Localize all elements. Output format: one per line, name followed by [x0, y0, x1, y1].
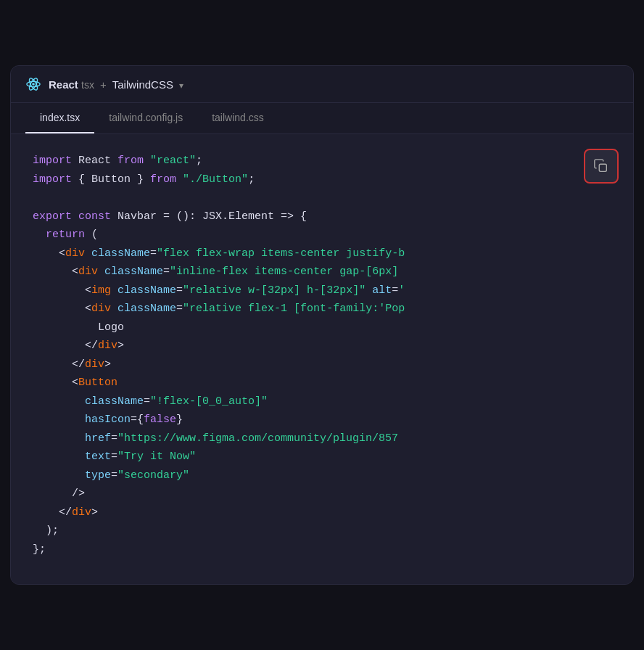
app-title: React tsx + TailwindCSS ▾ [49, 78, 183, 91]
react-icon [25, 76, 41, 92]
code-line-1: import React from "react"; [33, 152, 611, 170]
code-line-7: <div className="inline-flex items-center… [33, 263, 611, 281]
code-line-21: ); [33, 522, 611, 540]
tab-bar: index.tsx tailwind.config.js tailwind.cs… [11, 103, 633, 134]
code-line-12: </div> [33, 355, 611, 374]
code-line-blank-1 [33, 189, 611, 207]
title-tsx: tsx [81, 79, 94, 91]
code-line-16: href="https://www.figma.com/community/pl… [33, 429, 611, 448]
code-line-14: className="!flex-[0_0_auto]" [33, 392, 611, 411]
title-tailwind: TailwindCSS [112, 78, 173, 91]
svg-rect-4 [599, 164, 606, 171]
code-editor: import React from "react"; import { Butt… [11, 134, 633, 584]
code-line-9: <div className="relative flex-1 [font-fa… [33, 300, 611, 318]
code-line-2: import { Button } from "./Button"; [33, 170, 611, 189]
copy-button[interactable] [584, 149, 619, 184]
svg-point-0 [32, 83, 35, 86]
code-line-17: text="Try it Now" [33, 448, 611, 466]
code-line-13: <Button [33, 374, 611, 392]
code-line-18: type="secondary" [33, 466, 611, 485]
code-line-4: export const Navbar = (): JSX.Element =>… [33, 207, 611, 226]
code-line-8: <img className="relative w-[32px] h-[32p… [33, 281, 611, 300]
code-line-10: Logo [33, 318, 611, 337]
chevron-down-icon[interactable]: ▾ [179, 81, 183, 91]
code-line-11: </div> [33, 337, 611, 355]
code-line-15: hasIcon={false} [33, 411, 611, 429]
title-bar: React tsx + TailwindCSS ▾ [11, 66, 633, 103]
code-line-5: return ( [33, 226, 611, 244]
title-plus: + [100, 78, 107, 91]
editor-window: React tsx + TailwindCSS ▾ index.tsx tail… [10, 65, 634, 585]
code-line-6: <div className="flex flex-wrap items-cen… [33, 244, 611, 263]
title-react: React [49, 78, 78, 91]
code-line-22: }; [33, 540, 611, 559]
tab-tailwind-css[interactable]: tailwind.css [197, 103, 278, 133]
code-line-19: /> [33, 485, 611, 503]
tab-index-tsx[interactable]: index.tsx [25, 103, 94, 133]
tab-tailwind-config[interactable]: tailwind.config.js [94, 103, 197, 133]
code-block: import React from "react"; import { Butt… [33, 152, 611, 559]
code-line-20: </div> [33, 503, 611, 522]
